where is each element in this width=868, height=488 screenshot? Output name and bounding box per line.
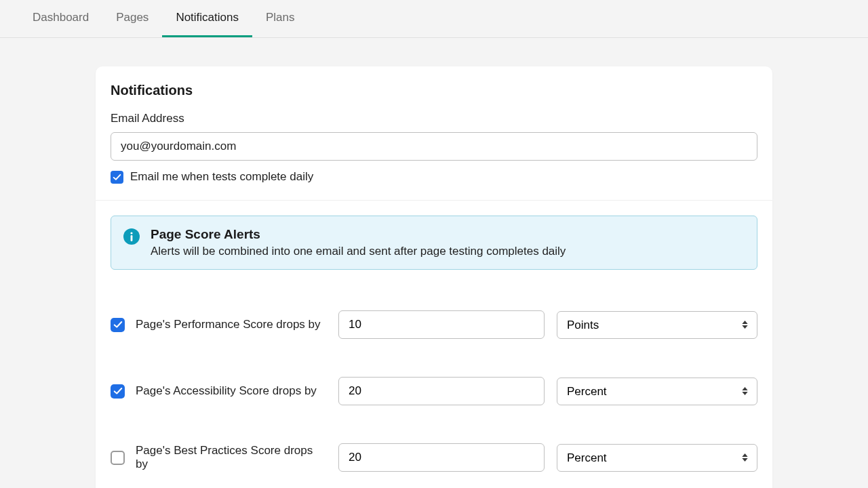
alert-row: Page's Best Practices Score drops byPoin… bbox=[111, 424, 757, 488]
alert-checkbox[interactable] bbox=[111, 318, 125, 332]
main-tabs: DashboardPagesNotificationsPlans bbox=[0, 0, 868, 38]
email-field[interactable] bbox=[111, 132, 757, 161]
daily-email-checkbox[interactable] bbox=[111, 171, 123, 184]
alert-threshold-input[interactable] bbox=[338, 377, 545, 405]
banner-title: Page Score Alerts bbox=[151, 227, 566, 242]
tab-pages[interactable]: Pages bbox=[102, 0, 162, 37]
notifications-card: Notifications Email Address Email me whe… bbox=[96, 66, 772, 488]
svg-rect-1 bbox=[131, 235, 133, 241]
alert-unit-select[interactable]: PointsPercent bbox=[557, 311, 757, 339]
alert-label: Page's Performance Score drops by bbox=[136, 318, 321, 331]
tab-plans[interactable]: Plans bbox=[252, 0, 309, 37]
tab-dashboard[interactable]: Dashboard bbox=[19, 0, 102, 37]
daily-email-label: Email me when tests complete daily bbox=[130, 170, 313, 184]
divider bbox=[96, 200, 772, 201]
alert-unit-select[interactable]: PointsPercent bbox=[557, 444, 757, 472]
info-icon bbox=[123, 228, 140, 245]
email-label: Email Address bbox=[111, 112, 757, 125]
alert-checkbox[interactable] bbox=[111, 451, 125, 465]
card-title: Notifications bbox=[111, 83, 757, 98]
alert-unit-select[interactable]: PointsPercent bbox=[557, 378, 757, 405]
alert-threshold-input[interactable] bbox=[338, 443, 545, 472]
info-banner: Page Score Alerts Alerts will be combine… bbox=[111, 216, 757, 270]
banner-subtitle: Alerts will be combined into one email a… bbox=[151, 245, 566, 258]
alert-threshold-input[interactable] bbox=[338, 310, 545, 339]
alert-label: Page's Accessibility Score drops by bbox=[136, 384, 317, 398]
alert-row: Page's Accessibility Score drops byPoint… bbox=[111, 358, 757, 424]
alert-row: Page's Performance Score drops byPointsP… bbox=[111, 291, 757, 358]
alert-label: Page's Best Practices Score drops by bbox=[136, 444, 326, 471]
svg-point-0 bbox=[130, 232, 132, 234]
tab-notifications[interactable]: Notifications bbox=[162, 0, 252, 37]
alert-checkbox[interactable] bbox=[111, 384, 125, 399]
alert-rows: Page's Performance Score drops byPointsP… bbox=[96, 285, 772, 488]
